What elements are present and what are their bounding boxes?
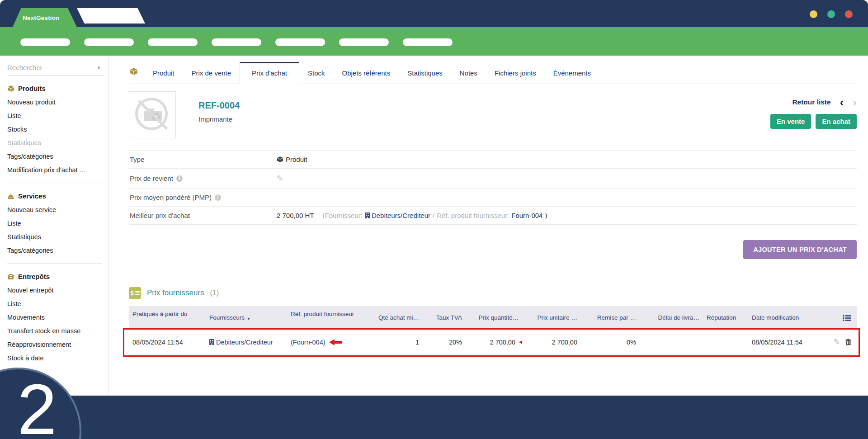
- col-reputation[interactable]: Réputation: [703, 306, 748, 330]
- sidebar-item-liste-produits[interactable]: Liste: [7, 112, 104, 119]
- price-list-icon: $: [129, 287, 141, 299]
- product-name: Imprimante: [198, 115, 240, 123]
- tab-evenements[interactable]: Événements: [545, 62, 599, 84]
- sidebar-item-tags-categories-produits[interactable]: Tags/catégories: [7, 153, 104, 160]
- sidebar-item-nouveau-produit[interactable]: Nouveau produit: [7, 99, 104, 106]
- redacted-tab: [77, 8, 145, 24]
- sidebar-item-liste-entrepots[interactable]: Liste: [7, 300, 104, 307]
- retour-liste-link[interactable]: Retour liste: [792, 98, 830, 106]
- col-remise-par[interactable]: Remise par …: [581, 306, 640, 330]
- col-taux-tva[interactable]: Taux TVA: [423, 306, 466, 330]
- detail-row-type: Type Produit: [129, 150, 857, 168]
- col-date-modification[interactable]: Date modification: [748, 306, 816, 330]
- ajouter-prix-achat-button[interactable]: AJOUTER UN PRIX D'ACHAT: [743, 240, 857, 259]
- main-nav-bar: [0, 27, 868, 56]
- tab-stock[interactable]: Stock: [299, 62, 334, 84]
- col-pratiques-a-partir-du[interactable]: Pratiqués à partir du: [129, 306, 206, 330]
- sidebar-item-reapprovisionnement[interactable]: Réapprovisionnement: [7, 341, 104, 348]
- cell-unit-price: 2 700,00: [522, 330, 581, 355]
- info-icon[interactable]: i: [215, 194, 221, 201]
- chevron-left-icon[interactable]: ‹: [840, 98, 844, 107]
- title-bar: NextGestion: [0, 0, 868, 27]
- minimize-dot[interactable]: [810, 10, 817, 18]
- bell-icon: [7, 193, 14, 200]
- cell-qty: 1: [362, 330, 423, 355]
- nav-item-placeholder[interactable]: [84, 38, 134, 46]
- close-dot[interactable]: [845, 10, 853, 18]
- en-vente-badge[interactable]: En vente: [770, 114, 811, 129]
- brand-name: NextGestion: [23, 14, 60, 21]
- sort-desc-icon: ▼: [247, 317, 250, 321]
- nav-item-placeholder[interactable]: [148, 38, 198, 46]
- sidebar-item-statistiques-produits: Statistiques: [7, 139, 104, 146]
- sidebar-item-mouvements[interactable]: Mouvements: [7, 314, 104, 321]
- table-header-row: Pratiqués à partir du Fournisseurs▼ Réf.…: [129, 306, 857, 330]
- cell-supplier[interactable]: Debiteurs/Crediteur: [206, 330, 287, 355]
- nav-item-placeholder[interactable]: [339, 38, 389, 46]
- col-delai-livraison[interactable]: Délai de livra…: [640, 306, 703, 330]
- annotation-arrow-left: [329, 339, 342, 345]
- sidebar: Rechercher ▼ Produits Nouveau produit Li…: [0, 56, 108, 396]
- content-area: Produit Prix de vente Prix d'achat Stock…: [108, 56, 868, 396]
- col-qte-achat-min[interactable]: Qté achat mi…: [362, 306, 423, 330]
- chevron-right-icon: ›: [853, 98, 857, 107]
- col-prix-quantite[interactable]: Prix quantité…: [466, 306, 522, 330]
- nav-item-placeholder[interactable]: [20, 38, 70, 46]
- col-ref-produit-fournisseur[interactable]: Réf. produit fournisseur: [287, 306, 362, 330]
- sidebar-item-transfert-stock[interactable]: Transfert stock en masse: [7, 327, 104, 335]
- sidebar-item-nouveau-service[interactable]: Nouveau service: [7, 206, 104, 213]
- col-prix-unitaire[interactable]: Prix unitaire …: [522, 306, 581, 330]
- search-placeholder: Rechercher: [7, 64, 42, 71]
- sidebar-item-statistiques-services[interactable]: Statistiques: [7, 233, 104, 241]
- cell-vat: 20%: [423, 330, 466, 355]
- tab-prix-dachat[interactable]: Prix d'achat: [240, 62, 299, 84]
- supplier-link[interactable]: Debiteurs/Crediteur: [365, 212, 430, 219]
- cell-qty-price: 2 700,00: [466, 330, 522, 355]
- trash-icon[interactable]: [845, 339, 851, 345]
- sidebar-item-liste-services[interactable]: Liste: [7, 220, 104, 227]
- divider: [7, 263, 102, 264]
- sidebar-item-tags-categories-services[interactable]: Tags/catégories: [7, 247, 104, 254]
- cell-discount: 0%: [581, 330, 640, 355]
- warehouse-icon: [7, 273, 14, 280]
- en-achat-badge[interactable]: En achat: [816, 114, 857, 129]
- nav-item-placeholder[interactable]: [275, 38, 325, 46]
- tab-statistiques[interactable]: Statistiques: [399, 62, 451, 84]
- divider: [7, 183, 102, 183]
- supplier-ref-value: Fourn-004: [511, 212, 542, 219]
- product-cube-icon: [129, 67, 144, 84]
- brand-tab[interactable]: NextGestion: [13, 8, 77, 27]
- detail-row-prix-revient: Prix de revient i ✎: [129, 168, 857, 188]
- tab-fichiers-joints[interactable]: Fichiers joints: [486, 62, 545, 84]
- product-photo-placeholder: [129, 91, 176, 138]
- tab-prix-de-vente[interactable]: Prix de vente: [183, 62, 240, 84]
- maximize-dot[interactable]: [827, 10, 835, 18]
- edit-pencil-icon[interactable]: ✎: [277, 174, 283, 183]
- sidebar-item-stock-a-date[interactable]: Stock à date: [7, 354, 104, 362]
- product-details: Type Produit Prix de revient i ✎: [129, 150, 857, 225]
- sidebar-item-stocks[interactable]: Stocks: [7, 126, 104, 133]
- sidebar-section-entrepots: Entrepôts: [7, 273, 104, 280]
- product-tabbar: Produit Prix de vente Prix d'achat Stock…: [129, 62, 857, 84]
- type-value: Produit: [286, 156, 307, 163]
- detail-row-pmp: Prix moyen pondéré (PMP) i: [129, 188, 857, 206]
- tab-produit[interactable]: Produit: [144, 62, 183, 84]
- nav-item-placeholder[interactable]: [212, 38, 261, 46]
- search-input[interactable]: Rechercher ▼: [7, 62, 104, 76]
- nav-item-placeholder[interactable]: [403, 38, 453, 46]
- sidebar-item-modification-prix-achat[interactable]: Modification prix d’achat …: [7, 166, 104, 174]
- col-fournisseurs[interactable]: Fournisseurs▼: [206, 306, 287, 330]
- cell-reputation: [703, 330, 748, 355]
- info-icon[interactable]: i: [176, 175, 183, 182]
- tab-notes[interactable]: Notes: [451, 62, 486, 84]
- sidebar-section-services: Services: [7, 192, 104, 200]
- column-settings-icon[interactable]: [816, 306, 857, 330]
- table-row[interactable]: 08/05/2024 11:54 Debiteurs/Crediteur: [129, 330, 857, 355]
- sidebar-item-nouvel-entrepot[interactable]: Nouvel entrepôt: [7, 287, 104, 294]
- chevron-down-icon[interactable]: ▼: [97, 66, 101, 70]
- cell-date-from: 08/05/2024 11:54: [129, 330, 206, 355]
- tab-objets-referents[interactable]: Objets référents: [334, 62, 399, 84]
- supplier-prices-count: (1): [210, 289, 219, 297]
- app-window: NextGestion Rechercher ▼: [0, 0, 868, 439]
- edit-pencil-icon[interactable]: ✎: [834, 337, 840, 347]
